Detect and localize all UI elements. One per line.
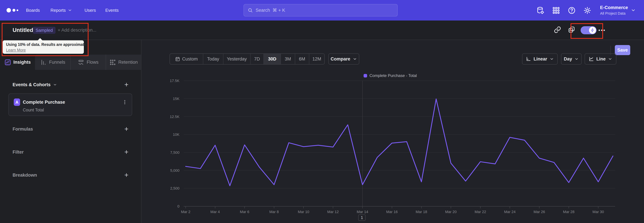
scale-selector[interactable]: Linear (522, 53, 558, 65)
x-axis-label: Mar 24 (504, 210, 516, 214)
y-axis-label: 7,500 (170, 150, 180, 155)
sampled-badge[interactable]: Sampled (33, 27, 56, 34)
tab-flows[interactable]: Flows (70, 55, 106, 70)
nav-link-boards[interactable]: Boards (26, 0, 40, 21)
event-series-badge: A (14, 98, 20, 106)
x-axis-label: Mar 10 (298, 210, 309, 214)
settings-gear-icon[interactable] (583, 6, 591, 15)
scale-label: Linear (534, 56, 547, 62)
project-scope: All Project Data (600, 11, 628, 16)
toggle-knob (589, 27, 596, 34)
range-label: 6M (299, 56, 305, 62)
query-builder-panel: Insights Funnels Flows (0, 40, 142, 223)
project-name: E-Commerce (600, 5, 628, 10)
learn-more-link[interactable]: Learn More (6, 48, 26, 52)
add-breakdown-button[interactable]: + (124, 172, 128, 179)
nav-link-reports[interactable]: Reports (50, 0, 72, 21)
nav-link-events[interactable]: Events (105, 0, 119, 21)
y-axis-label: 12.5K (170, 115, 180, 119)
range-label: Today (207, 56, 219, 62)
calendar-icon (175, 56, 180, 61)
tab-label: Flows (87, 60, 98, 65)
range-7d[interactable]: 7D (250, 54, 264, 64)
search-input[interactable] (256, 8, 394, 13)
range-custom[interactable]: Custom (170, 54, 203, 64)
project-selector[interactable]: E-Commerce All Project Data (600, 0, 636, 21)
range-label: Yesterday (227, 56, 247, 62)
funnels-icon (40, 59, 47, 66)
apps-grid-icon[interactable] (552, 6, 560, 15)
tab-label: Funnels (49, 60, 65, 65)
search-icon (248, 8, 253, 13)
nav-link-label: Boards (26, 8, 40, 13)
range-today[interactable]: Today (203, 54, 223, 64)
range-label: Custom (182, 56, 198, 62)
chart-type-label: Line (596, 56, 606, 62)
chevron-down-icon (53, 83, 57, 87)
flows-icon (78, 59, 84, 66)
nav-link-label: Reports (50, 8, 66, 13)
sampling-toggle[interactable] (580, 26, 596, 34)
mixpanel-logo-icon[interactable] (6, 0, 20, 21)
tab-funnels[interactable]: Funnels (35, 55, 70, 70)
filter-label: Filter (12, 150, 24, 155)
events-cohorts-heading[interactable]: Events & Cohorts (12, 82, 57, 87)
pagination-page-button[interactable]: 1 (358, 214, 366, 221)
compare-button[interactable]: Compare (328, 53, 359, 65)
save-button[interactable]: Save (615, 45, 630, 55)
interval-selector[interactable]: Day (561, 53, 582, 65)
filter-row: Filter + (12, 148, 128, 156)
chevron-down-icon (574, 57, 579, 61)
events-cohorts-row: Events & Cohorts + (12, 81, 128, 88)
x-axis-label: Mar 14 (357, 210, 368, 214)
y-axis-label: 2,500 (170, 186, 180, 190)
event-options-icon[interactable] (122, 99, 128, 105)
data-management-icon[interactable] (536, 6, 544, 15)
add-formula-button[interactable]: + (124, 126, 128, 133)
event-metric[interactable]: Count Total (23, 107, 44, 113)
insights-icon (4, 59, 11, 66)
x-axis-label: Mar 26 (534, 210, 545, 214)
events-cohorts-label: Events & Cohorts (12, 82, 51, 87)
add-filter-button[interactable]: + (124, 149, 128, 156)
retention-icon (109, 59, 116, 66)
y-axis-label: 15K (173, 97, 180, 101)
tab-retention[interactable]: Retention (106, 55, 141, 70)
x-axis-label: Mar 20 (445, 210, 456, 214)
formulas-row: Formulas + (12, 125, 128, 133)
chevron-down-icon (353, 57, 357, 61)
add-event-button[interactable]: + (124, 81, 128, 88)
report-title[interactable]: Untitled (12, 21, 33, 40)
x-axis-label: Mar 30 (592, 210, 604, 214)
range-30d[interactable]: 30D (264, 54, 280, 64)
y-axis-label: 0 (178, 204, 180, 208)
chevron-down-icon (608, 57, 612, 61)
lightning-bolt-icon (590, 28, 595, 32)
tab-label: Insights (14, 60, 31, 65)
y-axis-label: 10K (173, 133, 180, 137)
chevron-down-icon (68, 8, 72, 13)
event-card[interactable]: A Complete Purchase Count Total (8, 93, 132, 116)
nav-link-label: Users (84, 8, 96, 13)
tab-insights[interactable]: Insights (0, 55, 35, 70)
range-12m[interactable]: 12M (309, 54, 324, 64)
add-description[interactable]: + Add description... (58, 21, 96, 40)
x-axis-label: Mar 28 (563, 210, 574, 214)
range-yesterday[interactable]: Yesterday (223, 54, 250, 64)
copy-link-icon[interactable] (554, 26, 561, 33)
search-bar[interactable] (244, 4, 398, 17)
tooltip-text: Using 10% of data. Results are approxima… (6, 42, 80, 47)
chart-type-selector[interactable]: Line (585, 53, 616, 65)
breakdown-label: Breakdown (12, 173, 37, 178)
range-label: 30D (268, 56, 276, 62)
nav-link-users[interactable]: Users (84, 0, 96, 21)
x-axis-label: Mar 4 (210, 210, 220, 214)
line-chart[interactable]: 02,5005,0007,50010K12.5K15K17.5KMar 2Mar… (168, 74, 624, 218)
range-6m[interactable]: 6M (295, 54, 309, 64)
x-axis-label: Mar 2 (181, 210, 190, 214)
help-icon[interactable] (568, 6, 576, 15)
range-3m[interactable]: 3M (280, 54, 295, 64)
more-options-icon[interactable] (598, 27, 606, 34)
copy-to-board-icon[interactable] (568, 26, 575, 33)
x-axis-label: Mar 22 (474, 210, 486, 214)
